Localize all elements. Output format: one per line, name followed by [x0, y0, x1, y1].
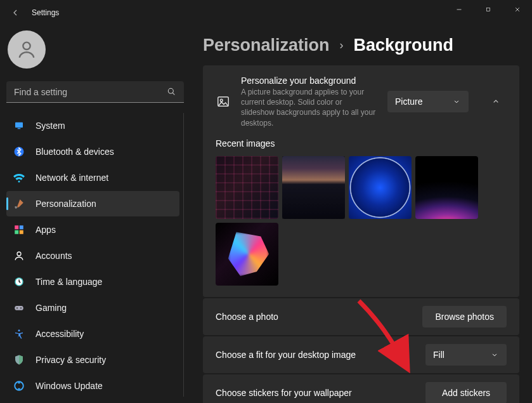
chevron-up-icon: [491, 96, 501, 107]
sidebar-item-label: System: [36, 121, 65, 131]
sidebar-item-system[interactable]: System: [6, 113, 179, 138]
sidebar-item-label: Time & language: [36, 277, 102, 287]
recent-images-title: Recent images: [216, 138, 507, 149]
recent-image-thumb[interactable]: [415, 156, 478, 219]
sidebar-item-label: Gaming: [36, 303, 67, 313]
search-icon: [166, 86, 176, 99]
bluetooth-icon: [13, 145, 25, 158]
row-label: Choose a fit for your desktop image: [216, 350, 356, 360]
close-button[interactable]: [503, 0, 532, 19]
dropdown-value: Fill: [433, 350, 444, 360]
dropdown-value: Picture: [395, 96, 423, 107]
minimize-button[interactable]: [444, 0, 474, 19]
sidebar: SystemBluetooth & devicesNetwork & inter…: [0, 25, 190, 403]
titlebar: Settings: [0, 0, 532, 25]
row-label: Choose a photo: [216, 312, 278, 322]
apps-icon: [13, 223, 25, 236]
recent-image-thumb[interactable]: [349, 156, 412, 219]
gamepad-icon: [13, 301, 25, 314]
sidebar-item-label: Network & internet: [36, 173, 108, 183]
sidebar-item-gamepad[interactable]: Gaming: [6, 295, 179, 320]
accessibility-icon: [13, 327, 25, 340]
add-stickers-button[interactable]: Add stickers: [425, 382, 507, 403]
window-title: Settings: [32, 8, 59, 17]
sidebar-item-wifi[interactable]: Network & internet: [6, 165, 179, 190]
sidebar-item-clock[interactable]: Time & language: [6, 269, 179, 294]
card-desc: A picture background applies to your cur…: [241, 87, 377, 128]
sidebar-item-label: Privacy & security: [36, 355, 106, 365]
choose-photo-row: Choose a photo Browse photos: [203, 298, 519, 335]
chevron-down-icon: [490, 350, 499, 359]
sidebar-item-accessibility[interactable]: Accessibility: [6, 321, 179, 347]
sidebar-item-brush[interactable]: Personalization: [6, 191, 179, 216]
brush-icon: [13, 197, 25, 210]
shield-icon: [13, 353, 25, 366]
sidebar-item-label: Personalization: [36, 199, 96, 209]
choose-stickers-row: Choose stickers for your wallpaper Add s…: [203, 374, 519, 403]
recent-image-thumb[interactable]: [216, 223, 278, 286]
row-label: Choose stickers for your wallpaper: [216, 388, 352, 398]
nav-list: SystemBluetooth & devicesNetwork & inter…: [6, 113, 184, 397]
background-mode-dropdown[interactable]: Picture: [387, 91, 469, 112]
update-icon: [13, 380, 25, 392]
main-content: Personalization › Background Personalize…: [190, 25, 532, 403]
sidebar-item-label: Windows Update: [36, 381, 103, 391]
choose-fit-row: Choose a fit for your desktop image Fill: [203, 336, 519, 373]
sidebar-item-bluetooth[interactable]: Bluetooth & devices: [6, 139, 179, 164]
recent-image-thumb[interactable]: [216, 156, 278, 219]
sidebar-item-label: Apps: [36, 225, 56, 235]
sidebar-item-label: Accounts: [36, 251, 72, 261]
search-input[interactable]: [6, 81, 184, 103]
back-button[interactable]: [8, 5, 23, 20]
search-field[interactable]: [6, 81, 184, 103]
sidebar-item-update[interactable]: Windows Update: [6, 373, 179, 397]
sidebar-item-label: Bluetooth & devices: [36, 147, 114, 157]
sidebar-item-apps[interactable]: Apps: [6, 217, 179, 242]
card-title: Personalize your background: [241, 76, 377, 86]
person-icon: [13, 249, 25, 262]
fit-dropdown[interactable]: Fill: [425, 344, 507, 366]
clock-icon: [13, 275, 25, 288]
picture-icon: [216, 94, 231, 109]
sidebar-item-label: Accessibility: [36, 329, 84, 339]
breadcrumb-chevron-icon: ›: [340, 39, 344, 52]
breadcrumb-current: Background: [354, 36, 454, 55]
personalize-background-card: Personalize your background A picture ba…: [203, 65, 519, 297]
chevron-down-icon: [452, 97, 461, 106]
breadcrumb: Personalization › Background: [203, 36, 519, 55]
browse-photos-button[interactable]: Browse photos: [422, 306, 507, 327]
recent-image-thumb[interactable]: [282, 156, 345, 219]
sidebar-item-shield[interactable]: Privacy & security: [6, 347, 179, 373]
system-icon: [13, 119, 25, 132]
avatar[interactable]: [8, 30, 46, 69]
wifi-icon: [13, 171, 25, 184]
breadcrumb-parent[interactable]: Personalization: [203, 36, 330, 55]
maximize-button[interactable]: [474, 0, 503, 19]
sidebar-item-person[interactable]: Accounts: [6, 243, 179, 268]
recent-images-grid: [216, 156, 507, 286]
collapse-button[interactable]: [485, 91, 507, 112]
